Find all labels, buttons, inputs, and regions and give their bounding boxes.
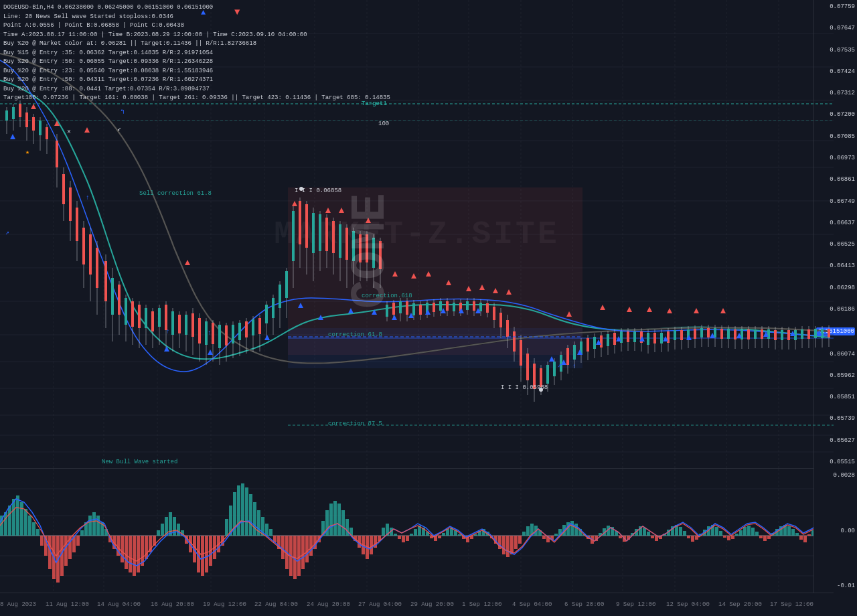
svg-rect-99 — [218, 325, 221, 348]
svg-rect-187 — [513, 331, 516, 352]
svg-rect-129 — [319, 214, 321, 251]
svg-rect-504 — [526, 526, 530, 536]
svg-marker-303 — [694, 308, 699, 313]
svg-marker-300 — [627, 307, 632, 312]
svg-rect-473 — [402, 536, 405, 542]
svg-rect-259 — [754, 329, 757, 339]
svg-rect-455 — [329, 504, 333, 536]
svg-rect-61 — [89, 234, 92, 275]
svg-rect-103 — [232, 325, 234, 343]
svg-rect-499 — [506, 536, 510, 557]
svg-rect-127 — [312, 213, 315, 253]
svg-rect-433 — [241, 483, 244, 536]
svg-rect-89 — [185, 315, 187, 335]
date-aug22: 22 Aug 04:00 — [254, 601, 298, 608]
right-macd-axis: 0.0028 0.00 -0.01 — [813, 469, 857, 593]
svg-rect-457 — [337, 504, 341, 536]
svg-rect-163 — [433, 303, 435, 312]
svg-rect-412 — [157, 530, 160, 536]
svg-rect-209 — [587, 338, 589, 352]
svg-rect-561 — [755, 532, 759, 536]
svg-point-336 — [299, 187, 303, 191]
macd-svg — [0, 469, 834, 593]
date-aug24: 24 Aug 20:00 — [307, 601, 350, 608]
svg-rect-406 — [133, 536, 136, 576]
svg-rect-434 — [245, 487, 248, 536]
svg-rect-450 — [309, 536, 313, 556]
svg-rect-570 — [791, 529, 795, 536]
svg-rect-79 — [151, 311, 154, 331]
svg-rect-439 — [265, 524, 268, 536]
svg-marker-304 — [720, 308, 726, 313]
svg-rect-273 — [801, 329, 803, 339]
svg-rect-482 — [438, 536, 441, 538]
svg-rect-111 — [258, 318, 261, 334]
svg-rect-559 — [747, 526, 751, 536]
svg-rect-185 — [506, 320, 509, 337]
svg-rect-392 — [76, 536, 80, 546]
svg-rect-41 — [19, 104, 21, 117]
svg-rect-179 — [486, 303, 489, 313]
svg-text:↑: ↑ — [166, 328, 170, 335]
svg-rect-447 — [297, 536, 301, 576]
date-aug19: 19 Aug 12:00 — [203, 601, 246, 608]
svg-rect-476 — [414, 529, 417, 536]
svg-rect-195 — [540, 368, 542, 387]
svg-rect-57 — [76, 208, 78, 241]
svg-rect-379 — [24, 509, 27, 536]
svg-rect-101 — [225, 325, 228, 345]
macd-val-lower: -0.01 — [816, 583, 855, 589]
svg-marker-285 — [185, 260, 190, 265]
svg-rect-75 — [138, 305, 141, 328]
svg-rect-85 — [171, 311, 174, 335]
svg-rect-53 — [62, 174, 65, 204]
svg-rect-443 — [281, 536, 285, 559]
svg-rect-245 — [707, 328, 710, 337]
svg-text:↑: ↑ — [208, 329, 212, 337]
svg-rect-227 — [647, 333, 649, 345]
svg-rect-215 — [607, 334, 609, 346]
svg-rect-557 — [739, 530, 743, 536]
svg-text:↑: ↑ — [266, 336, 270, 343]
svg-rect-404 — [125, 536, 128, 569]
svg-rect-191 — [526, 354, 529, 380]
svg-rect-560 — [751, 528, 755, 536]
svg-rect-93 — [198, 318, 201, 343]
svg-marker-284 — [84, 127, 90, 133]
svg-rect-432 — [237, 485, 240, 536]
svg-rect-376 — [12, 499, 15, 536]
svg-rect-205 — [573, 345, 576, 360]
svg-rect-243 — [700, 328, 703, 337]
svg-rect-501 — [514, 536, 518, 549]
svg-rect-173 — [466, 301, 469, 310]
svg-rect-91 — [191, 313, 194, 337]
svg-rect-237 — [680, 330, 683, 340]
svg-rect-113 — [265, 305, 268, 323]
svg-rect-456 — [333, 501, 337, 536]
svg-text:×: × — [67, 129, 71, 136]
svg-rect-249 — [720, 329, 723, 339]
svg-rect-211 — [593, 337, 596, 349]
svg-rect-381 — [32, 522, 35, 536]
svg-rect-125 — [305, 204, 308, 248]
svg-rect-181 — [493, 307, 495, 320]
svg-rect-217 — [613, 333, 616, 345]
svg-rect-221 — [627, 331, 629, 342]
svg-rect-253 — [734, 329, 736, 339]
svg-rect-69 — [118, 285, 121, 315]
svg-text:▼: ▼ — [234, 7, 240, 17]
svg-text:↰: ↰ — [121, 108, 125, 116]
date-sep12: 12 Sep 04:00 — [666, 601, 710, 608]
svg-rect-47 — [39, 121, 42, 135]
svg-rect-189 — [520, 340, 522, 366]
svg-rect-203 — [566, 348, 569, 365]
svg-rect-265 — [774, 330, 777, 340]
svg-rect-153 — [399, 301, 402, 313]
svg-rect-261 — [761, 329, 763, 339]
svg-rect-65 — [104, 261, 107, 301]
svg-rect-119 — [285, 271, 288, 298]
svg-rect-55 — [69, 187, 72, 221]
svg-rect-465 — [370, 536, 373, 554]
svg-rect-543 — [683, 531, 686, 536]
svg-rect-229 — [653, 333, 656, 343]
